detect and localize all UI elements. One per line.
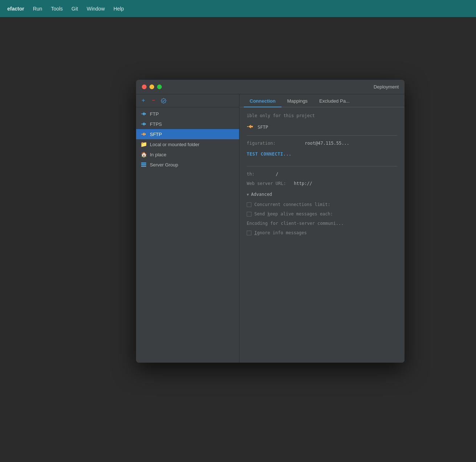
config-row: figuration: root@47.115.55... [247, 141, 397, 146]
path-value: / [276, 172, 278, 177]
ignore-info-label: Ignore info messages [254, 230, 307, 235]
concurrent-connections-row: Concurrent connections limit: [247, 202, 397, 207]
sidebar-item-server-group[interactable]: Server Group [136, 160, 239, 170]
config-value: root@47.115.55... [305, 141, 349, 146]
divider-1 [247, 135, 397, 136]
svg-rect-7 [141, 162, 146, 164]
divider-2 [247, 166, 397, 166]
type-value: SFTP [258, 125, 268, 130]
ignore-underline: I [254, 230, 257, 235]
svg-marker-10 [248, 125, 253, 128]
advanced-section: ▼ Advanced Concurrent connections limit:… [247, 192, 397, 235]
panel-content: ible only for this project SFTP figurati… [239, 107, 405, 363]
sftp-icon [140, 132, 147, 137]
sidebar-list: FTP FTPS [136, 107, 239, 363]
concurrent-label: Concurrent connections limit: [254, 202, 331, 207]
sidebar-item-inplace[interactable]: 🏠 In place [136, 149, 239, 160]
ignore-info-checkbox[interactable] [247, 231, 251, 235]
dialog-body: + − FT [136, 94, 405, 363]
encoding-row: Encoding for client-server communi... [247, 221, 397, 226]
url-label: Web server URL: [247, 181, 294, 186]
check-button[interactable] [159, 96, 168, 105]
traffic-lights [142, 84, 162, 89]
server-group-icon [140, 162, 147, 167]
path-label: th: [247, 172, 276, 177]
chevron-down-icon: ▼ [247, 193, 249, 197]
dialog-title: Deployment [374, 84, 399, 90]
svg-rect-8 [141, 164, 146, 165]
sidebar-label-server-group: Server Group [150, 162, 178, 168]
svg-rect-2 [141, 114, 142, 114]
menu-tools[interactable]: Tools [46, 4, 67, 13]
svg-marker-1 [142, 112, 146, 116]
sidebar-item-local-folder[interactable]: 📁 Local or mounted folder [136, 139, 239, 149]
deployment-dialog: Deployment + − [136, 80, 405, 363]
keep-alive-label: Send keep alive messages each: [254, 211, 333, 216]
svg-rect-6 [141, 134, 142, 135]
sidebar-item-sftp[interactable]: SFTP [136, 129, 239, 139]
tab-connection[interactable]: Connection [244, 95, 282, 107]
svg-rect-11 [247, 126, 248, 127]
sidebar-label-ftp: FTP [150, 111, 159, 117]
tabs-bar: Connection Mappings Excluded Pa... [239, 94, 405, 107]
sidebar-label-local-folder: Local or mounted folder [150, 142, 200, 147]
close-button[interactable] [142, 84, 147, 89]
visibility-note: ible only for this project [247, 113, 397, 118]
menu-window[interactable]: Window [82, 4, 109, 13]
url-value: http:// [294, 181, 312, 186]
minimize-button[interactable] [149, 84, 154, 89]
folder-icon: 📁 [140, 141, 147, 148]
house-icon: 🏠 [140, 152, 147, 157]
path-row: th: / [247, 172, 397, 177]
sidebar-item-ftps[interactable]: FTPS [136, 119, 239, 129]
right-panel: Connection Mappings Excluded Pa... ible … [239, 94, 405, 363]
menu-run[interactable]: Run [29, 4, 47, 13]
menu-help[interactable]: Help [109, 4, 128, 13]
menu-git[interactable]: Git [67, 4, 82, 13]
title-bar: Deployment [136, 80, 405, 94]
concurrent-checkbox[interactable] [247, 202, 251, 207]
type-row: SFTP [247, 124, 397, 130]
keep-alive-checkbox[interactable] [247, 212, 251, 216]
sidebar-label-inplace: In place [150, 152, 167, 157]
sidebar-item-ftp[interactable]: FTP [136, 109, 239, 119]
type-sftp-icon [247, 124, 253, 130]
advanced-toggle[interactable]: ▼ Advanced [247, 192, 397, 197]
sidebar-label-sftp: SFTP [150, 132, 162, 137]
advanced-label: Advanced [251, 192, 272, 197]
svg-rect-9 [141, 166, 146, 167]
config-label: figuration: [247, 141, 305, 146]
check-badge-icon [161, 98, 167, 104]
svg-marker-3 [142, 122, 146, 126]
sidebar: + − FT [136, 94, 239, 363]
ftp-icon [140, 111, 147, 116]
ignore-info-row: Ignore info messages [247, 230, 397, 235]
ftps-icon [140, 121, 147, 127]
sidebar-label-ftps: FTPS [150, 121, 162, 127]
remove-server-button[interactable]: − [149, 96, 158, 105]
url-row: Web server URL: http:// [247, 181, 397, 186]
menu-refactor[interactable]: efactor [3, 4, 29, 13]
svg-rect-4 [141, 124, 142, 124]
menu-bar: efactor Run Tools Git Window Help [0, 0, 476, 17]
svg-marker-5 [142, 132, 146, 136]
test-connection-button[interactable]: TEST CONNECTI... [247, 150, 292, 158]
tab-excluded-paths[interactable]: Excluded Pa... [313, 95, 356, 107]
add-server-button[interactable]: + [139, 96, 148, 105]
maximize-button[interactable] [157, 84, 162, 89]
tab-mappings[interactable]: Mappings [282, 95, 313, 107]
keep-alive-row: Send keep alive messages each: [247, 211, 397, 216]
keep-underline: k [267, 211, 270, 216]
sidebar-toolbar: + − [136, 94, 239, 107]
